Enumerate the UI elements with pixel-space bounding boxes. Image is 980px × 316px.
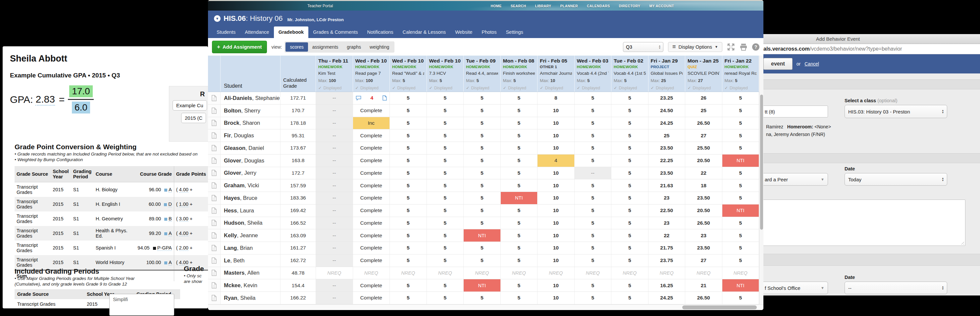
score-cell[interactable]: Complete (353, 279, 390, 292)
tab-students[interactable]: Students (212, 27, 240, 38)
score-cell[interactable]: 5 (501, 242, 538, 254)
score-cell[interactable]: NREQ (649, 267, 686, 279)
score-cell[interactable]: Complete (353, 129, 390, 141)
score-cell[interactable]: 5 (427, 154, 464, 167)
grade-letter[interactable]: P-GPA (158, 245, 172, 251)
print-icon[interactable] (740, 43, 748, 51)
score-cell[interactable]: -- (316, 292, 353, 304)
score-cell[interactable]: 5 (722, 192, 759, 204)
student-name[interactable]: Graham, Vicki (221, 179, 280, 192)
score-cell[interactable]: 5 (464, 192, 501, 204)
score-cell[interactable]: 5 (501, 205, 538, 217)
score-cell[interactable]: 5 (427, 229, 464, 241)
score-cell[interactable]: Complete (353, 292, 390, 304)
score-cell[interactable]: 26.50 (685, 292, 722, 304)
student-name[interactable]: Bolton, Sherry (221, 105, 280, 117)
score-cell[interactable]: 10 (538, 242, 574, 254)
score-cell[interactable]: 5 (501, 154, 538, 167)
score-cell[interactable]: 5 (427, 192, 464, 204)
score-cell[interactable]: -- (316, 179, 353, 192)
score-cell[interactable]: 5 (611, 242, 649, 254)
assignment-column-header[interactable]: Tue - Feb 09HOMEWORKRead 4.4, answer ?Ma… (464, 56, 501, 92)
score-cell[interactable]: 5 (574, 179, 612, 192)
score-cell[interactable]: Complete (353, 242, 390, 254)
score-cell[interactable]: 23.50 (649, 142, 686, 154)
score-cell[interactable]: 5 (464, 205, 501, 217)
grade-letter[interactable]: A (169, 230, 172, 236)
score-cell[interactable]: 5 (390, 217, 427, 229)
dropdown-option-fragment[interactable]: Simplifi (113, 297, 128, 302)
score-cell[interactable]: 5 (427, 142, 464, 154)
score-cell[interactable]: 5 (611, 154, 649, 167)
row-document-button[interactable] (208, 117, 221, 129)
score-cell[interactable]: 5 (722, 142, 759, 154)
score-cell[interactable]: 5 (722, 179, 759, 192)
score-cell[interactable]: 5 (574, 292, 612, 304)
score-cell[interactable]: NTI (464, 279, 501, 292)
student-name[interactable]: Masters, Allen (221, 267, 280, 279)
row-document-button[interactable] (208, 217, 221, 229)
score-cell[interactable]: 5 (390, 292, 427, 304)
score-cell[interactable]: 5 (427, 105, 464, 117)
grade-letter[interactable]: D (168, 202, 172, 207)
score-cell[interactable]: NREQ (427, 267, 464, 279)
nav-item-search[interactable]: SEARCH (511, 4, 526, 8)
student-name[interactable]: Gleason, Daniel (221, 142, 280, 154)
gpa-value[interactable]: 2.83 (35, 94, 55, 106)
score-cell[interactable]: 5 (390, 117, 427, 129)
score-cell[interactable]: 5 (722, 92, 759, 104)
score-cell[interactable]: 5 (501, 92, 538, 104)
points-value[interactable]: 3.00 (179, 216, 188, 222)
row-document-button[interactable] (208, 267, 221, 279)
score-cell[interactable]: 5 (427, 167, 464, 179)
cancel-link[interactable]: Cancel (805, 61, 819, 67)
calculated-grade-column-header[interactable]: Calculated Grade (280, 56, 316, 92)
score-cell[interactable]: 5 (611, 254, 649, 267)
horizontal-scrollbar[interactable] (208, 305, 764, 310)
score-cell[interactable]: 10 (538, 254, 574, 267)
score-cell[interactable]: 5 (390, 129, 427, 141)
score-cell[interactable]: -- (316, 242, 353, 254)
score-cell[interactable]: 5 (574, 129, 612, 141)
score-cell[interactable]: 5 (574, 229, 612, 241)
score-cell[interactable]: 22 (685, 167, 722, 179)
points-value[interactable]: 2.00 (179, 245, 188, 251)
score-cell[interactable]: NREQ (574, 267, 612, 279)
student-name[interactable]: Glover, Douglas (221, 154, 280, 167)
score-cell[interactable]: NREQ (611, 267, 649, 279)
score-cell[interactable]: 27 (685, 129, 722, 141)
score-cell[interactable]: Complete (353, 179, 390, 192)
score-cell[interactable]: NTI (464, 229, 501, 241)
score-cell[interactable]: 5 (427, 217, 464, 229)
portal-brand[interactable]: Teacher Portal (307, 4, 333, 8)
assignment-column-header[interactable]: Wed - Feb 10HOMEWORK7.3 HCVMax: 5✓Displa… (427, 56, 464, 92)
student-name[interactable]: Lang, Brian (221, 242, 280, 254)
score-cell[interactable]: 21.75 (649, 242, 686, 254)
score-cell[interactable]: 5 (611, 205, 649, 217)
score-cell[interactable]: 5 (427, 129, 464, 141)
student-name[interactable]: Brock, Sharon (221, 117, 280, 129)
points-value[interactable]: 1.00 (179, 202, 188, 207)
score-cell[interactable]: 10 (538, 217, 574, 229)
row-document-button[interactable] (208, 254, 221, 267)
row-document-button[interactable] (208, 242, 221, 254)
score-cell[interactable]: 5 (722, 129, 759, 141)
score-cell[interactable]: 23 (649, 192, 686, 204)
score-cell[interactable]: 5 (501, 292, 538, 304)
score-cell[interactable]: 5 (611, 192, 649, 204)
score-cell[interactable]: Complete (353, 254, 390, 267)
grade-letter[interactable]: A (169, 260, 172, 265)
score-cell[interactable]: 10 (538, 179, 574, 192)
nav-item-directory[interactable]: DIRECTORY (619, 4, 641, 8)
class-caret-icon[interactable]: ▼ (214, 15, 221, 22)
score-cell[interactable]: -- (316, 217, 353, 229)
date2-select[interactable]: -- ▴▾ (845, 282, 947, 294)
score-cell[interactable]: 5 (464, 254, 501, 267)
assignment-column-header[interactable]: Thu - Feb 11HOMEWORKKim TestMax: 100✓Dis… (316, 56, 353, 92)
score-cell[interactable]: 26.50 (685, 217, 722, 229)
score-cell[interactable]: 5 (427, 242, 464, 254)
score-cell[interactable]: 5 (427, 92, 464, 104)
score-cell[interactable]: -- (316, 129, 353, 141)
score-cell[interactable]: 5 (574, 105, 612, 117)
score-cell[interactable]: 5 (390, 242, 427, 254)
